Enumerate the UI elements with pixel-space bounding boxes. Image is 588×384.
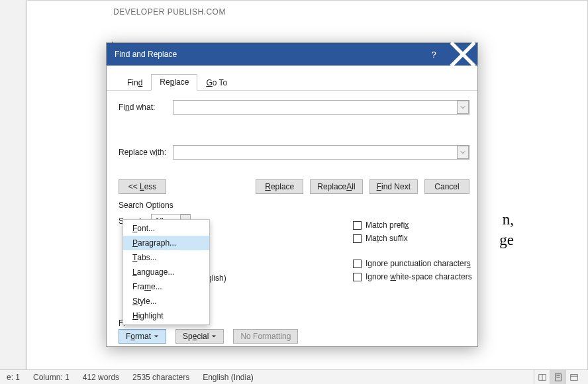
dialog-titlebar: Find and Replace ?	[107, 43, 477, 66]
dialog-content: Find what: Replace with: << Less Replace…	[107, 91, 477, 228]
cancel-button[interactable]: Cancel	[424, 179, 469, 194]
chevron-down-icon[interactable]	[457, 146, 469, 159]
ignore-whitespace-checkbox[interactable]: Ignore white-space characters	[353, 272, 472, 281]
side-info-fragment: glish)	[207, 273, 226, 283]
no-formatting-button[interactable]: No Formatting	[233, 329, 298, 344]
less-button[interactable]: << Less	[119, 179, 166, 194]
format-menu-paragraph[interactable]: Paragraph...	[123, 236, 209, 250]
view-mode-buttons	[534, 370, 581, 385]
status-bar: e: 1 Column: 1 412 words 2535 characters…	[0, 369, 588, 384]
chevron-down-icon[interactable]	[457, 101, 469, 114]
status-chars[interactable]: 2535 characters	[132, 373, 189, 382]
match-suffix-checkbox[interactable]: Match suffix	[353, 234, 409, 243]
web-layout-button[interactable]	[565, 370, 581, 385]
tab-find[interactable]: Find	[119, 75, 151, 91]
help-button[interactable]: ?	[419, 43, 448, 66]
web-layout-icon	[569, 373, 579, 382]
print-layout-button[interactable]	[550, 370, 565, 385]
format-menu: Font... Paragraph... Tabs... Language...…	[122, 219, 210, 325]
find-what-label: Find what:	[119, 103, 173, 112]
format-menu-font[interactable]: Font...	[123, 221, 209, 236]
status-column[interactable]: Column: 1	[33, 373, 70, 382]
svg-rect-5	[570, 374, 577, 380]
find-replace-dialog: Find and Replace ? Find Replace Go To Fi…	[106, 42, 478, 347]
tab-replace[interactable]: Replace	[151, 74, 197, 91]
dialog-title: Find and Replace	[115, 50, 177, 59]
print-layout-icon	[554, 373, 563, 382]
options-right-group-1: Match prefix Match suffix	[353, 220, 409, 243]
ignore-punctuation-checkbox[interactable]: Ignore punctuation characters	[353, 259, 472, 268]
find-what-input[interactable]	[173, 100, 469, 115]
format-menu-language[interactable]: Language...	[123, 265, 209, 279]
format-menu-tabs[interactable]: Tabs...	[123, 250, 209, 265]
format-menu-frame[interactable]: Frame...	[123, 279, 209, 294]
replace-with-input[interactable]	[173, 145, 469, 160]
doc-header-text: DEVELOPER PUBLISH.COM	[113, 7, 226, 17]
options-right-group-2: Ignore punctuation characters Ignore whi…	[353, 259, 472, 281]
read-mode-button[interactable]	[534, 370, 550, 385]
special-button[interactable]: Special	[175, 329, 224, 344]
search-options-label: Search Options	[119, 201, 469, 210]
status-language[interactable]: English (India)	[203, 373, 254, 382]
replace-all-button[interactable]: Replace All	[310, 179, 362, 194]
replace-with-label: Replace with:	[119, 148, 173, 157]
bottom-button-row: Format Special No Formatting	[119, 329, 298, 344]
format-menu-style[interactable]: Style...	[123, 294, 209, 309]
match-prefix-checkbox[interactable]: Match prefix	[353, 220, 409, 230]
tab-goto[interactable]: Go To	[197, 75, 236, 91]
status-line[interactable]: e: 1	[7, 373, 20, 382]
find-next-button[interactable]: Find Next	[369, 179, 418, 194]
format-menu-highlight[interactable]: Highlight	[123, 309, 209, 323]
close-button[interactable]	[448, 43, 477, 66]
close-icon	[448, 40, 477, 69]
replace-button[interactable]: Replace	[256, 179, 303, 194]
format-button[interactable]: Format	[119, 329, 166, 344]
status-words[interactable]: 412 words	[83, 373, 119, 382]
tab-strip: Find Replace Go To	[107, 66, 477, 91]
read-mode-icon	[538, 373, 547, 382]
